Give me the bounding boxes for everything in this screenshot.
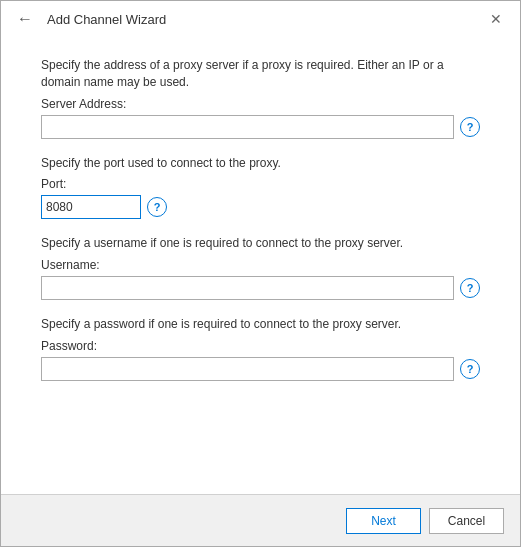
port-help-icon[interactable]: ? bbox=[147, 197, 167, 217]
server-address-description: Specify the address of a proxy server if… bbox=[41, 57, 480, 91]
password-description: Specify a password if one is required to… bbox=[41, 316, 480, 333]
password-row: ? bbox=[41, 357, 480, 381]
wizard-content: Specify the address of a proxy server if… bbox=[1, 37, 520, 494]
port-row: ? bbox=[41, 195, 480, 219]
server-address-row: ? bbox=[41, 115, 480, 139]
port-description: Specify the port used to connect to the … bbox=[41, 155, 480, 172]
wizard-window: ← Add Channel Wizard ✕ Specify the addre… bbox=[0, 0, 521, 547]
password-label: Password: bbox=[41, 339, 480, 353]
footer: Next Cancel bbox=[1, 494, 520, 546]
title-bar: ← Add Channel Wizard ✕ bbox=[1, 1, 520, 37]
username-help-icon[interactable]: ? bbox=[460, 278, 480, 298]
back-button[interactable]: ← bbox=[13, 8, 37, 30]
title-bar-left: ← Add Channel Wizard bbox=[13, 8, 166, 30]
port-input[interactable] bbox=[41, 195, 141, 219]
port-label: Port: bbox=[41, 177, 480, 191]
username-description: Specify a username if one is required to… bbox=[41, 235, 480, 252]
server-address-help-icon[interactable]: ? bbox=[460, 117, 480, 137]
password-help-icon[interactable]: ? bbox=[460, 359, 480, 379]
server-address-section: Specify the address of a proxy server if… bbox=[41, 57, 480, 139]
server-address-label: Server Address: bbox=[41, 97, 480, 111]
port-section: Specify the port used to connect to the … bbox=[41, 155, 480, 220]
server-address-input[interactable] bbox=[41, 115, 454, 139]
window-title: Add Channel Wizard bbox=[47, 12, 166, 27]
username-label: Username: bbox=[41, 258, 480, 272]
username-input[interactable] bbox=[41, 276, 454, 300]
cancel-button[interactable]: Cancel bbox=[429, 508, 504, 534]
username-row: ? bbox=[41, 276, 480, 300]
password-input[interactable] bbox=[41, 357, 454, 381]
username-section: Specify a username if one is required to… bbox=[41, 235, 480, 300]
close-button[interactable]: ✕ bbox=[484, 9, 508, 29]
password-section: Specify a password if one is required to… bbox=[41, 316, 480, 381]
next-button[interactable]: Next bbox=[346, 508, 421, 534]
